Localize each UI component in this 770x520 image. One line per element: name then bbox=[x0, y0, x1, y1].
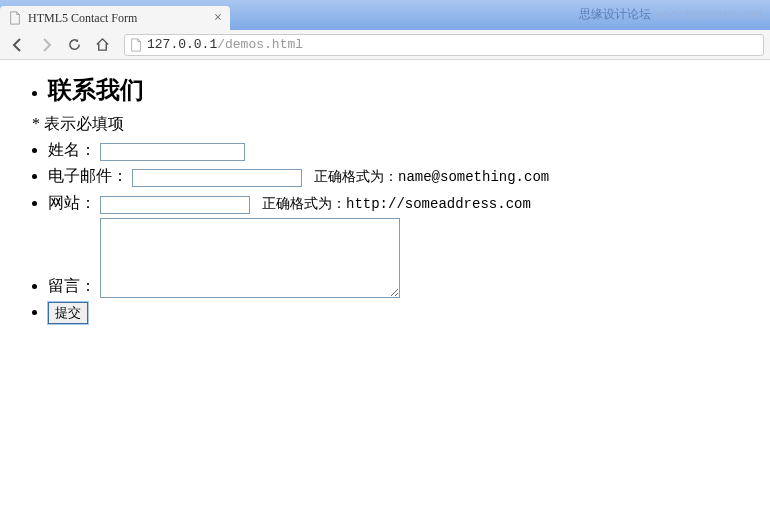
field-name: 姓名： bbox=[48, 138, 762, 162]
name-input[interactable] bbox=[100, 143, 245, 161]
heading-item: 联系我们 bbox=[48, 78, 762, 102]
browser-toolbar: 127.0.0.1/demos.html bbox=[0, 30, 770, 60]
url-text[interactable]: 127.0.0.1/demos.html bbox=[147, 37, 759, 52]
home-button[interactable] bbox=[90, 34, 114, 56]
site-icon bbox=[129, 38, 143, 52]
field-website: 网站： 正确格式为：http://someaddress.com bbox=[48, 191, 762, 216]
email-input[interactable] bbox=[132, 169, 302, 187]
field-message: 留言： bbox=[48, 218, 762, 298]
tab-title: HTML5 Contact Form bbox=[28, 11, 214, 26]
browser-tab-strip: HTML5 Contact Form × 思缘设计论坛WWW.MISSYUAN.… bbox=[0, 0, 770, 30]
field-submit: 提交 bbox=[48, 300, 762, 324]
back-button[interactable] bbox=[6, 34, 30, 56]
message-label: 留言： bbox=[48, 277, 96, 294]
website-hint: 正确格式为：http://someaddress.com bbox=[262, 196, 531, 212]
watermark: 思缘设计论坛WWW.MISSYUAN.COM bbox=[579, 6, 762, 23]
email-hint: 正确格式为：name@something.com bbox=[314, 169, 549, 185]
reload-button[interactable] bbox=[62, 34, 86, 56]
browser-tab[interactable]: HTML5 Contact Form × bbox=[0, 6, 230, 30]
name-label: 姓名： bbox=[48, 141, 96, 158]
website-label: 网站： bbox=[48, 194, 96, 211]
page-title: 联系我们 bbox=[48, 78, 762, 102]
required-note: * 表示必填项 bbox=[32, 112, 762, 136]
submit-button[interactable]: 提交 bbox=[48, 302, 88, 324]
message-textarea[interactable] bbox=[100, 218, 400, 298]
field-email: 电子邮件： 正确格式为：name@something.com bbox=[48, 164, 762, 189]
email-label: 电子邮件： bbox=[48, 167, 128, 184]
page-icon bbox=[8, 11, 22, 25]
page-content: 联系我们 * 表示必填项 姓名： 电子邮件： 正确格式为：name@someth… bbox=[0, 60, 770, 342]
forward-button[interactable] bbox=[34, 34, 58, 56]
website-input[interactable] bbox=[100, 196, 250, 214]
address-bar[interactable]: 127.0.0.1/demos.html bbox=[124, 34, 764, 56]
close-tab-icon[interactable]: × bbox=[214, 10, 222, 26]
